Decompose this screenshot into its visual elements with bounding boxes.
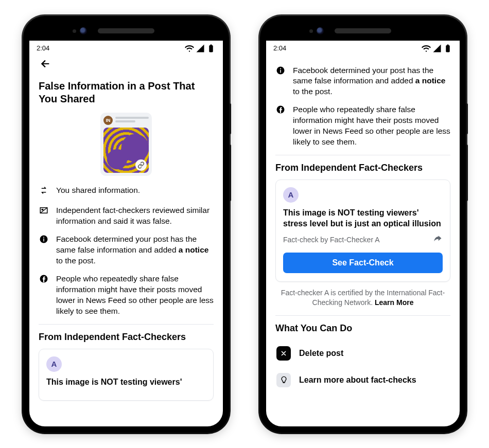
action-label: Learn more about fact-checks [299,375,416,385]
svg-rect-3 [43,239,44,242]
actions-heading: What You Can Do [275,323,450,334]
learn-more-action[interactable]: Learn more about fact-checks [275,367,450,393]
phone-speaker [98,28,154,33]
delete-post-action[interactable]: Delete post [275,340,450,367]
facebook-icon [275,104,286,148]
info-icon [275,65,286,98]
wifi-icon [185,44,194,53]
fact-checker-avatar: A [46,356,62,372]
lightbulb-icon [276,373,291,387]
see-fact-check-button[interactable]: See Fact-Check [283,253,443,273]
learn-more-link[interactable]: Learn More [375,298,413,307]
cellular-icon [196,44,205,53]
status-time: 2:04 [37,44,49,52]
bullet-text: People who repeatedly share false inform… [56,274,214,317]
svg-point-8 [280,68,281,69]
fact-check-byline: Fact-check by Fact-Checker A [283,236,380,244]
phone-side-button [466,145,468,201]
reshare-icon [39,185,49,199]
post-preview: IN [39,113,214,176]
phone-speaker [335,28,391,33]
post-author-avatar: IN [103,116,113,125]
content-left: False Information in a Post That You Sha… [29,55,223,426]
fact-check-card: A This image is NOT testing viewers' str… [275,180,450,282]
bullet-determined: Facebook determined your post has the sa… [39,234,214,266]
bullet-determined: Facebook determined your post has the sa… [275,65,450,98]
divider [39,324,214,325]
screen-left: 2:04 False Information in a Post That Yo… [29,41,223,426]
bullet-repeated: People who repeatedly share false inform… [275,104,450,148]
post-text-placeholder [115,117,149,124]
status-bar: 2:04 [29,41,223,55]
link-icon [135,159,147,171]
phone-camera [80,27,87,34]
wifi-icon [422,44,431,53]
share-button[interactable] [432,234,443,246]
phone-side-button [466,103,468,134]
svg-rect-7 [280,69,281,73]
bullet-text: Facebook determined your post has the sa… [56,234,214,266]
fact-check-headline: This image is NOT testing viewers' [46,377,206,388]
page-title: False Information in a Post That You Sha… [39,80,214,105]
status-bar: 2:04 [266,41,460,55]
phone-right: 2:04 Facebook determined your post has t… [260,16,466,433]
bullet-text: People who repeatedly share false inform… [293,104,450,148]
post-image [103,128,149,173]
phone-sensor [309,29,313,33]
info-icon [39,234,49,266]
svg-rect-1 [42,209,44,210]
phone-sensor [73,29,76,33]
phone-side-button [229,145,231,201]
phone-side-button [229,103,231,134]
back-button[interactable] [39,57,52,73]
certification-note: Fact-checker A is certified by the Inter… [278,288,447,308]
svg-point-4 [43,237,44,238]
fact-checkers-heading: From Independent Fact-Checkers [275,163,450,173]
bullet-reviewed: Independent fact-checkers reviewed simil… [39,205,214,227]
battery-icon [206,44,216,53]
bullet-shared: You shared information. [39,185,214,199]
bullet-text: Independent fact-checkers reviewed simil… [56,205,214,227]
bullet-text: You shared information. [56,185,140,199]
status-time: 2:04 [273,44,286,52]
fact-check-card: A This image is NOT testing viewers' [39,349,214,401]
battery-icon [443,44,452,53]
fact-checker-avatar: A [283,187,299,203]
action-label: Delete post [299,349,343,358]
header-row [39,55,214,77]
arrow-left-icon [39,58,52,69]
fact-check-icon [39,205,49,227]
status-icons [422,44,452,53]
status-icons [185,44,216,53]
phone-camera [317,27,324,34]
cellular-icon [432,44,442,53]
divider [275,315,450,316]
phone-left: 2:04 False Information in a Post That Yo… [23,16,229,433]
divider [275,155,450,155]
share-icon [432,234,443,244]
bullet-text: Facebook determined your post has the sa… [293,65,450,98]
facebook-icon [39,274,49,317]
screen-right: 2:04 Facebook determined your post has t… [266,41,460,426]
fact-checkers-heading: From Independent Fact-Checkers [39,332,214,343]
fact-check-headline: This image is NOT testing viewers' stres… [283,208,443,229]
post-thumbnail[interactable]: IN [100,113,152,176]
delete-icon [276,346,291,361]
bullet-repeated: People who repeatedly share false inform… [39,274,214,317]
content-right: Facebook determined your post has the sa… [266,55,460,426]
